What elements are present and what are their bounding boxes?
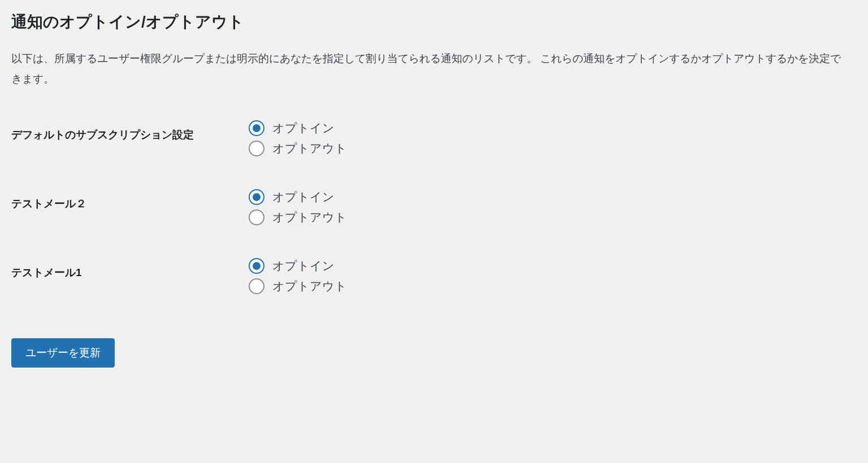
optin-radio[interactable] — [249, 189, 264, 205]
optout-label[interactable]: オプトアウト — [272, 141, 347, 156]
setting-options: オプトイン オプトアウト — [249, 120, 857, 189]
optin-option: オプトイン — [249, 189, 857, 205]
optin-label[interactable]: オプトイン — [272, 258, 335, 274]
setting-row-test-mail-2: テストメール２ オプトイン オプトアウト — [11, 189, 857, 258]
optout-label[interactable]: オプトアウト — [272, 278, 347, 294]
setting-label: テストメール２ — [11, 189, 249, 258]
page-description: 以下は、所属するユーザー権限グループまたは明示的にあなたを指定して割り当てられる… — [11, 49, 848, 89]
optout-option: オプトアウト — [249, 141, 857, 156]
setting-label: テストメール1 — [11, 258, 249, 327]
setting-label: デフォルトのサブスクリプション設定 — [11, 120, 249, 189]
optin-radio[interactable] — [249, 120, 264, 136]
setting-options: オプトイン オプトアウト — [249, 189, 857, 258]
setting-options: オプトイン オプトアウト — [249, 258, 857, 327]
optout-option: オプトアウト — [249, 278, 857, 294]
update-user-button[interactable]: ユーザーを更新 — [11, 338, 115, 368]
optout-option: オプトアウト — [249, 209, 857, 225]
settings-table: デフォルトのサブスクリプション設定 オプトイン オプトアウト テストメール２ オ… — [11, 120, 857, 327]
optin-radio[interactable] — [249, 258, 264, 274]
optin-option: オプトイン — [249, 258, 857, 274]
optin-label[interactable]: オプトイン — [272, 189, 335, 205]
optout-label[interactable]: オプトアウト — [272, 209, 347, 225]
page-heading: 通知のオプトイン/オプトアウト — [11, 11, 857, 33]
optin-label[interactable]: オプトイン — [272, 120, 335, 136]
optin-option: オプトイン — [249, 120, 857, 136]
optout-radio[interactable] — [249, 278, 264, 294]
optout-radio[interactable] — [249, 209, 264, 225]
optout-radio[interactable] — [249, 141, 264, 156]
setting-row-default-subscription: デフォルトのサブスクリプション設定 オプトイン オプトアウト — [11, 120, 857, 189]
setting-row-test-mail-1: テストメール1 オプトイン オプトアウト — [11, 258, 857, 327]
